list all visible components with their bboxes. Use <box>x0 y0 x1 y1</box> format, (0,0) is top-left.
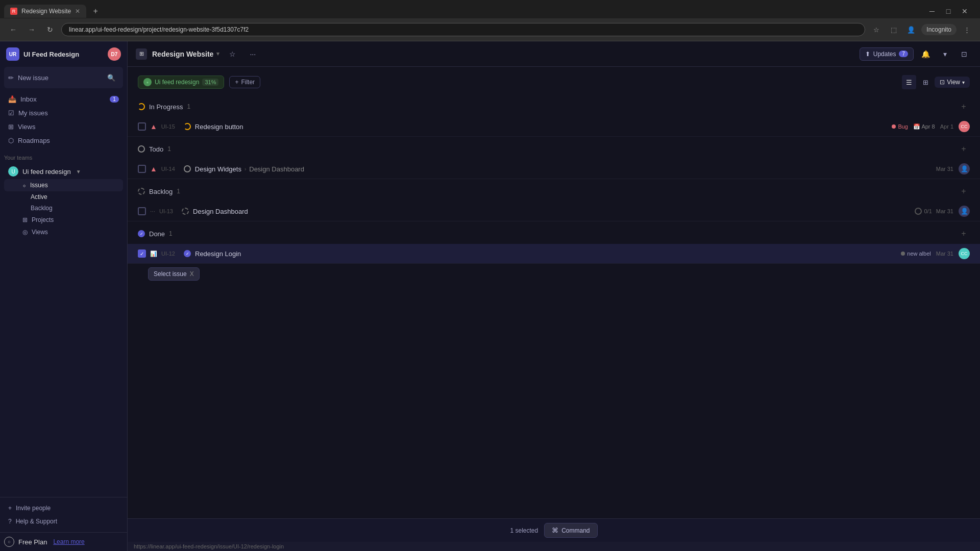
new-tab-button[interactable]: + <box>88 4 103 18</box>
view-dropdown-button[interactable]: ⊡ View ▾ <box>935 77 970 88</box>
profile-icon[interactable]: 👤 <box>904 22 918 37</box>
url-text: linear.app/ui-feed-redesign/project/rede… <box>69 26 249 33</box>
invite-icon: + <box>8 505 12 512</box>
issue-row-ui15[interactable]: ▲ UI-15 Redesign button Bug 📅 Apr 8 Apr … <box>128 117 980 137</box>
menu-icon[interactable]: ⋮ <box>960 22 974 37</box>
group-header-todo[interactable]: Todo 1 + <box>128 139 980 159</box>
minimize-button[interactable]: ─ <box>925 4 939 18</box>
sidebar-item-my-issues[interactable]: ☑ My issues <box>4 106 123 120</box>
label-dot-icon <box>901 252 905 256</box>
team-header[interactable]: U Ui feed redesign ▼ <box>4 164 123 179</box>
issue-checkbox-ui13[interactable] <box>138 207 146 215</box>
teams-section-label: Your teams <box>0 149 127 163</box>
star-button[interactable]: ☆ <box>225 46 240 62</box>
status-bar: https://linear.app/ui-feed-redesign/issu… <box>128 542 980 551</box>
issue-row-ui12[interactable]: ✓ 📊 UI-12 ✓ Redesign Login new albel Mar… <box>128 244 980 264</box>
issue-id-ui12: UI-12 <box>161 251 180 257</box>
tab-title: Redesign Website <box>21 8 71 15</box>
maximize-button[interactable]: □ <box>941 4 955 18</box>
issue-group-in-progress: In Progress 1 + ▲ UI-15 Redesign button … <box>128 96 980 137</box>
invite-people-button[interactable]: + Invite people <box>4 502 123 515</box>
group-header-backlog[interactable]: Backlog 1 + <box>128 181 980 202</box>
group-header-done[interactable]: ✓ Done 1 + <box>128 223 980 244</box>
browser-tab[interactable]: R Redesign Website ✕ <box>4 5 86 18</box>
forward-button[interactable]: → <box>24 22 39 37</box>
sidebar-footer: + Invite people ? Help & Support <box>0 497 127 532</box>
grid-view-button[interactable]: ⊞ <box>918 75 933 89</box>
issue-checkbox-ui15[interactable] <box>138 122 146 131</box>
pencil-icon: ✏ <box>8 74 14 82</box>
refresh-button[interactable]: ↻ <box>43 22 57 37</box>
checkbox-check-icon: ✓ <box>140 251 144 257</box>
avatar-ui13: 👤 <box>959 206 970 217</box>
bookmark-icon[interactable]: ☆ <box>869 22 884 37</box>
progress-circle-icon <box>915 208 922 215</box>
notification-button[interactable]: 🔔 <box>918 46 933 62</box>
sidebar-item-views[interactable]: ⊞ Views <box>4 120 123 134</box>
issue-status-done: ✓ <box>184 250 191 257</box>
add-backlog-button[interactable]: + <box>958 185 970 197</box>
done-status-icon: ✓ <box>138 230 145 237</box>
todo-count: 1 <box>167 145 171 153</box>
issue-row-ui14[interactable]: ▲ UI-14 Design Widgets › Design Dashboar… <box>128 159 980 179</box>
avatar-ui14: 👤 <box>959 163 970 174</box>
sidebar-item-inbox[interactable]: 📥 Inbox 1 <box>4 92 123 106</box>
list-view-button[interactable]: ☰ <box>902 75 916 89</box>
sidebar-item-views-team[interactable]: ◎ Views <box>4 226 123 238</box>
team-views-icon: ◎ <box>22 229 28 236</box>
view-chevron-icon: ▾ <box>962 80 965 85</box>
sidebar-item-active[interactable]: Active <box>4 191 123 203</box>
inbox-icon: 📥 <box>8 95 16 103</box>
close-window-button[interactable]: ✕ <box>958 4 972 18</box>
project-icon: ⊞ <box>136 48 147 60</box>
group-label-todo: Todo <box>149 145 163 153</box>
backlog-status-icon <box>138 188 145 195</box>
sidebar-item-backlog[interactable]: Backlog <box>4 203 123 214</box>
notification-chevron-button[interactable]: ▾ <box>937 46 952 62</box>
browser-chrome: R Redesign Website ✕ + ─ □ ✕ ← → ↻ linea… <box>0 0 980 41</box>
add-todo-button[interactable]: + <box>958 143 970 155</box>
navigation-bar: ← → ↻ linear.app/ui-feed-redesign/projec… <box>0 18 980 41</box>
sidebar-item-roadmaps[interactable]: ⬡ Roadmaps <box>4 134 123 147</box>
help-support-button[interactable]: ? Help & Support <box>4 515 123 528</box>
search-button[interactable]: 🔍 <box>104 70 119 85</box>
extension-icon[interactable]: ⬚ <box>887 22 901 37</box>
sidebar-item-issues[interactable]: ⬦ Issues <box>4 179 123 191</box>
bar-chart-icon: 📊 <box>150 251 157 257</box>
issue-row-ui13[interactable]: ··· UI-13 Design Dashboard 0/1 Mar 31 👤 <box>128 202 980 221</box>
workspace-name[interactable]: UR UI Feed Redesign <box>6 47 79 61</box>
tab-close-button[interactable]: ✕ <box>75 8 80 15</box>
user-avatar[interactable]: D7 <box>108 47 121 61</box>
address-bar[interactable]: linear.app/ui-feed-redesign/project/rede… <box>61 23 865 36</box>
add-in-progress-button[interactable]: + <box>958 101 970 113</box>
avatar-ui15: CC <box>959 121 970 132</box>
header-actions: ⬆ Updates 7 🔔 ▾ ⊡ <box>860 46 972 62</box>
label-new-albel: new albel <box>901 251 930 257</box>
priority-none-icon: ··· <box>150 208 155 215</box>
team-icon: U <box>8 166 18 177</box>
layout-button[interactable]: ⊡ <box>957 46 972 62</box>
group-header-in-progress[interactable]: In Progress 1 + <box>128 96 980 117</box>
sidebar: UR UI Feed Redesign D7 ✏ New issue 🔍 📥 I… <box>0 41 128 551</box>
cycle-badge[interactable]: ● Ui feed redesign 31% <box>138 76 224 89</box>
issue-checkbox-ui14[interactable] <box>138 165 146 173</box>
learn-more-link[interactable]: Learn more <box>53 538 84 545</box>
command-button[interactable]: ⌘ Command <box>544 523 597 538</box>
issues-icon: ⬦ <box>22 182 26 189</box>
app: UR UI Feed Redesign D7 ✏ New issue 🔍 📥 I… <box>0 41 980 551</box>
roadmaps-icon: ⬡ <box>8 137 14 144</box>
issue-status-backlog <box>182 208 189 215</box>
add-done-button[interactable]: + <box>958 228 970 240</box>
more-options-button[interactable]: ··· <box>245 46 260 62</box>
back-button[interactable]: ← <box>6 22 20 37</box>
incognito-button[interactable]: Incognito <box>921 24 957 35</box>
tooltip-close-button[interactable]: X <box>190 270 194 278</box>
new-issue-button[interactable]: ✏ New issue 🔍 <box>4 67 123 88</box>
group-label-done: Done <box>149 230 165 238</box>
sidebar-item-projects[interactable]: ⊞ Projects <box>4 214 123 226</box>
updates-button[interactable]: ⬆ Updates 7 <box>860 47 914 61</box>
done-count: 1 <box>169 230 173 237</box>
plan-icon: ○ <box>4 537 14 547</box>
issue-checkbox-ui12[interactable]: ✓ <box>138 249 146 258</box>
filter-button[interactable]: + Filter <box>229 76 260 88</box>
